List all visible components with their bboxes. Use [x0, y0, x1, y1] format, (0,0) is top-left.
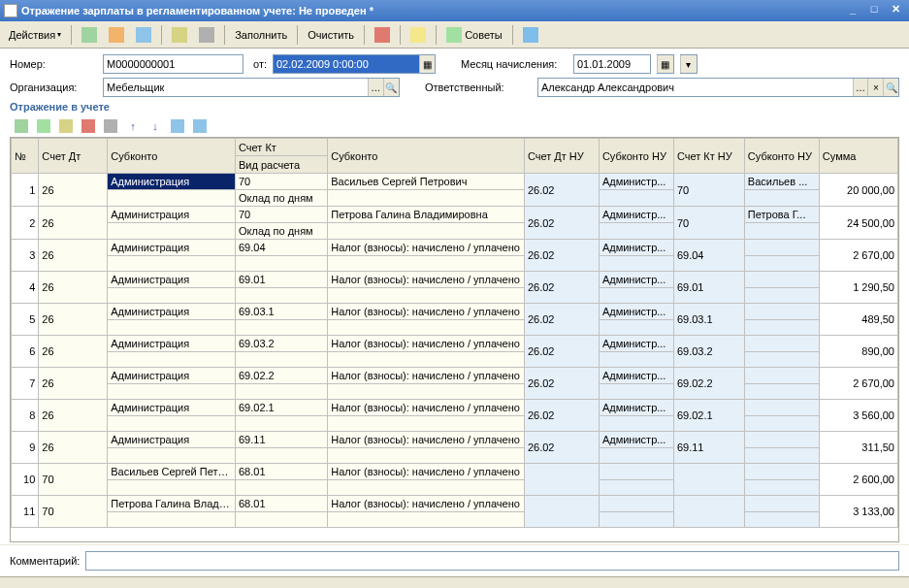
resp-select-button[interactable]: … — [853, 79, 868, 96]
table-row-sub[interactable] — [12, 320, 898, 336]
resp-field[interactable]: … × 🔍 — [537, 78, 899, 97]
table-row[interactable]: 126Администрация70Васильев Сергей Петров… — [12, 174, 898, 190]
close-window-button[interactable]: ✕ — [886, 3, 905, 18]
bulb-icon — [446, 27, 462, 43]
main-toolbar: Действия▾ Заполнить Очистить Советы — [0, 21, 909, 49]
month-field[interactable] — [573, 54, 651, 74]
comment-label: Комментарий: — [10, 555, 80, 567]
table-row-sub[interactable] — [12, 512, 898, 528]
table-row-sub[interactable] — [12, 384, 898, 400]
col-subkonto2[interactable]: Субконто — [328, 139, 525, 174]
col-subkonto-nu2[interactable]: Субконто НУ — [744, 139, 819, 174]
fill-button[interactable]: Заполнить — [230, 24, 292, 46]
window-title: Отражение зарплаты в регламентированном … — [21, 5, 841, 16]
table-row-sub[interactable] — [12, 448, 898, 464]
tool-6[interactable] — [406, 24, 431, 46]
col-summa[interactable]: Сумма — [819, 139, 897, 174]
actions-menu[interactable]: Действия▾ — [4, 24, 66, 46]
table-row-sub[interactable] — [12, 416, 898, 432]
col-schet-dt-nu[interactable]: Счет Дт НУ — [524, 139, 599, 174]
col-subkonto[interactable]: Субконто — [108, 139, 236, 174]
table-row-sub[interactable] — [12, 480, 898, 496]
table-row[interactable]: 626Администрация69.03.2Налог (взносы): н… — [12, 336, 898, 352]
grid-edit-button[interactable] — [56, 117, 76, 135]
clear-button[interactable]: Очистить — [303, 24, 359, 46]
table-row[interactable]: 526Администрация69.03.1Налог (взносы): н… — [12, 304, 898, 320]
calendar-icon[interactable]: ▦ — [419, 55, 435, 73]
col-subkonto-nu[interactable]: Субконто НУ — [599, 139, 673, 174]
close-button[interactable]: Закрыть — [843, 582, 901, 589]
from-label: от: — [253, 58, 267, 70]
grid-delete-button[interactable] — [79, 117, 98, 135]
document-icon — [4, 4, 17, 17]
table-row[interactable]: 326Администрация69.04Налог (взносы): нач… — [12, 240, 898, 256]
tool-dtkt[interactable] — [370, 24, 395, 46]
table-row-sub[interactable]: Оклад по дням — [12, 223, 898, 240]
resp-label: Ответственный: — [425, 82, 532, 93]
grid[interactable]: № Счет Дт Субконто Счет Кт Субконто Счет… — [10, 137, 899, 542]
number-field[interactable] — [103, 54, 243, 74]
grid-copy-button[interactable] — [101, 117, 120, 135]
help-button[interactable] — [518, 24, 543, 46]
org-open-button[interactable]: 🔍 — [383, 79, 399, 96]
write-button[interactable]: Записать — [772, 582, 835, 589]
resp-open-button[interactable]: 🔍 — [883, 79, 898, 96]
grid-sort-desc-button[interactable] — [190, 117, 210, 135]
col-schet-kt-nu[interactable]: Счет Кт НУ — [673, 139, 744, 174]
table-row[interactable]: 226Администрация70Петрова Галина Владими… — [12, 207, 898, 223]
table-row[interactable]: 726Администрация69.02.2Налог (взносы): н… — [12, 368, 898, 384]
comment-field[interactable] — [85, 551, 899, 571]
table-row-sub[interactable] — [12, 352, 898, 368]
org-select-button[interactable]: … — [368, 79, 383, 96]
help-icon — [523, 27, 538, 43]
month-stepper[interactable]: ▾ — [680, 54, 698, 74]
col-num[interactable]: № — [12, 139, 39, 174]
table-row[interactable]: 826Администрация69.02.1Налог (взносы): н… — [12, 400, 898, 416]
table-row[interactable]: 1170Петрова Галина Владим...68.01Налог (… — [12, 496, 898, 512]
table-row[interactable]: 926Администрация69.11Налог (взносы): нач… — [12, 432, 898, 448]
org-field[interactable]: … 🔍 — [103, 78, 400, 97]
table-row[interactable]: 1070Васильев Сергей Петров...68.01Налог … — [12, 464, 898, 480]
col-schet-kt[interactable]: Счет Кт — [236, 139, 328, 156]
grid-add-button[interactable] — [12, 117, 31, 135]
grid-up-button[interactable]: ↑ — [123, 117, 143, 135]
tool-5[interactable] — [194, 24, 219, 46]
table-row-sub[interactable]: Оклад по дням — [12, 190, 898, 207]
maximize-button[interactable]: □ — [864, 3, 884, 18]
grid-sort-asc-button[interactable] — [168, 117, 187, 135]
date-field[interactable]: ▦ — [273, 54, 436, 74]
grid-down-button[interactable]: ↓ — [146, 117, 165, 135]
table-row-sub[interactable] — [12, 256, 898, 272]
grid-toolbar: ↑ ↓ — [10, 115, 899, 137]
tool-3[interactable] — [131, 24, 156, 46]
grid-add2-button[interactable] — [34, 117, 53, 135]
resp-clear-button[interactable]: × — [867, 79, 883, 96]
col-schet-dt[interactable]: Счет Дт — [39, 139, 108, 174]
month-label: Месяц начисления: — [461, 58, 568, 70]
tool-4[interactable] — [167, 24, 192, 46]
month-calendar-button[interactable]: ▦ — [657, 54, 674, 74]
titlebar: Отражение зарплаты в регламентированном … — [0, 0, 909, 21]
section-title: Отражение в учете — [10, 101, 899, 113]
table-row-sub[interactable] — [12, 288, 898, 304]
ok-button[interactable]: OK — [730, 582, 764, 589]
tool-1[interactable] — [77, 24, 102, 46]
org-label: Организация: — [10, 82, 97, 93]
bottom-bar: OK Записать Закрыть — [0, 576, 909, 588]
number-label: Номер: — [10, 58, 97, 70]
advice-button[interactable]: Советы — [441, 24, 507, 46]
col-vid-rascheta[interactable]: Вид расчета — [236, 156, 328, 174]
minimize-button[interactable]: _ — [843, 3, 862, 18]
table-row[interactable]: 426Администрация69.01Налог (взносы): нач… — [12, 272, 898, 288]
tool-2[interactable] — [104, 24, 129, 46]
